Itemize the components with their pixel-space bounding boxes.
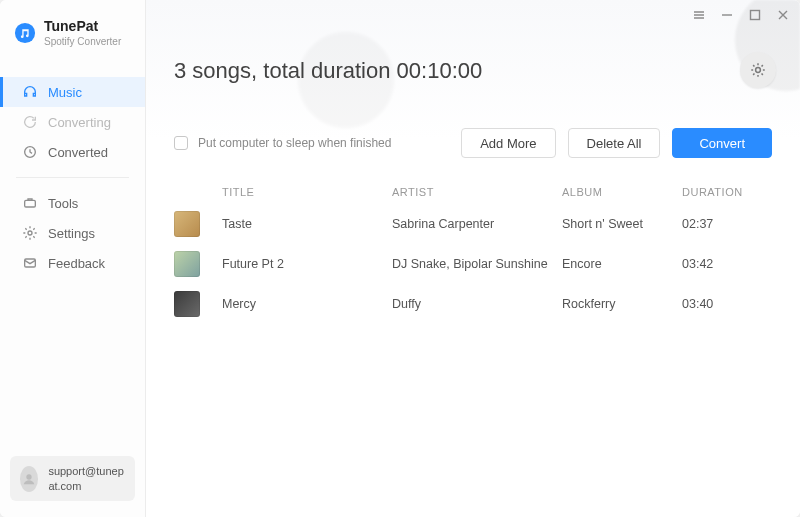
avatar-icon — [20, 466, 38, 492]
sleep-checkbox-label: Put computer to sleep when finished — [198, 136, 391, 150]
convert-button[interactable]: Convert — [672, 128, 772, 158]
menu-icon[interactable] — [692, 8, 706, 22]
sidebar-item-label: Converted — [48, 145, 108, 160]
brand-name: TunePat — [44, 18, 121, 34]
page-title: 3 songs, total duration 00:10:00 — [174, 58, 800, 84]
close-button[interactable] — [776, 8, 790, 22]
sidebar-item-converting[interactable]: Converting — [0, 107, 145, 137]
svg-point-5 — [27, 474, 32, 479]
cell-title: Taste — [222, 217, 392, 231]
sidebar-item-label: Settings — [48, 226, 95, 241]
sidebar-item-label: Feedback — [48, 256, 105, 271]
cell-artist: Sabrina Carpenter — [392, 217, 562, 231]
cell-duration: 03:40 — [682, 297, 772, 311]
actions-row: Put computer to sleep when finished Add … — [174, 128, 772, 158]
refresh-icon — [22, 114, 38, 130]
col-duration: DURATION — [682, 186, 772, 198]
sidebar-item-tools[interactable]: Tools — [0, 188, 145, 218]
minimize-button[interactable] — [720, 8, 734, 22]
table-row[interactable]: Future Pt 2 DJ Snake, Bipolar Sunshine E… — [174, 244, 772, 284]
svg-rect-2 — [25, 200, 36, 207]
cell-album: Encore — [562, 257, 682, 271]
maximize-button[interactable] — [748, 8, 762, 22]
sidebar-divider — [16, 177, 129, 178]
main-panel: 3 songs, total duration 00:10:00 Put com… — [146, 0, 800, 517]
songs-table: TITLE ARTIST ALBUM DURATION Taste Sabrin… — [174, 180, 772, 324]
cell-duration: 03:42 — [682, 257, 772, 271]
svg-rect-6 — [751, 11, 760, 20]
svg-point-0 — [15, 22, 35, 42]
cell-artist: Duffy — [392, 297, 562, 311]
cell-title: Mercy — [222, 297, 392, 311]
gear-icon — [749, 61, 767, 79]
col-artist: ARTIST — [392, 186, 562, 198]
album-art-icon — [174, 211, 200, 237]
sidebar: TunePat Spotify Converter Music Converti… — [0, 0, 146, 517]
cell-album: Rockferry — [562, 297, 682, 311]
app-logo-icon — [14, 22, 36, 44]
settings-fab[interactable] — [740, 52, 776, 88]
cell-duration: 02:37 — [682, 217, 772, 231]
sleep-checkbox-row[interactable]: Put computer to sleep when finished — [174, 136, 391, 150]
sidebar-item-feedback[interactable]: Feedback — [0, 248, 145, 278]
headphones-icon — [22, 84, 38, 100]
cell-title: Future Pt 2 — [222, 257, 392, 271]
sidebar-item-label: Converting — [48, 115, 111, 130]
sidebar-item-label: Tools — [48, 196, 78, 211]
add-more-button[interactable]: Add More — [461, 128, 555, 158]
button-label: Convert — [699, 136, 745, 151]
button-label: Delete All — [587, 136, 642, 151]
delete-all-button[interactable]: Delete All — [568, 128, 661, 158]
support-email: support@tunepat.com — [48, 464, 125, 493]
col-title: TITLE — [222, 186, 392, 198]
brand: TunePat Spotify Converter — [0, 0, 145, 53]
support-card[interactable]: support@tunepat.com — [10, 456, 135, 501]
album-art-icon — [174, 291, 200, 317]
app-window: TunePat Spotify Converter Music Converti… — [0, 0, 800, 517]
table-header: TITLE ARTIST ALBUM DURATION — [174, 180, 772, 204]
toolbox-icon — [22, 195, 38, 211]
gear-icon — [22, 225, 38, 241]
sidebar-item-music[interactable]: Music — [0, 77, 145, 107]
button-label: Add More — [480, 136, 536, 151]
svg-point-7 — [756, 68, 761, 73]
cell-album: Short n' Sweet — [562, 217, 682, 231]
sidebar-nav: Music Converting Converted Tools — [0, 77, 145, 278]
sidebar-item-converted[interactable]: Converted — [0, 137, 145, 167]
album-art-icon — [174, 251, 200, 277]
sidebar-item-settings[interactable]: Settings — [0, 218, 145, 248]
svg-point-3 — [28, 231, 32, 235]
sidebar-item-label: Music — [48, 85, 82, 100]
brand-subtitle: Spotify Converter — [44, 36, 121, 47]
clock-icon — [22, 144, 38, 160]
table-row[interactable]: Mercy Duffy Rockferry 03:40 — [174, 284, 772, 324]
checkbox-icon[interactable] — [174, 136, 188, 150]
mail-icon — [22, 255, 38, 271]
col-album: ALBUM — [562, 186, 682, 198]
table-row[interactable]: Taste Sabrina Carpenter Short n' Sweet 0… — [174, 204, 772, 244]
cell-artist: DJ Snake, Bipolar Sunshine — [392, 257, 562, 271]
window-controls — [692, 8, 790, 22]
